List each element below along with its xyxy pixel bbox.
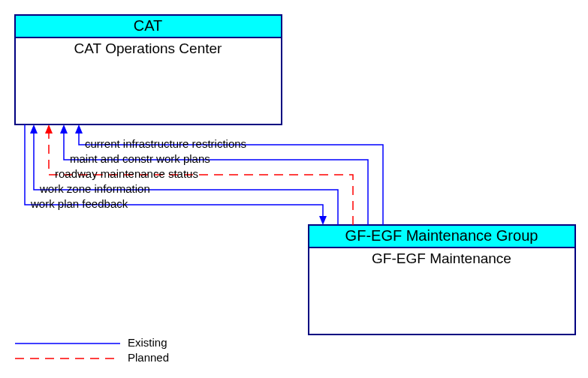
svg-marker-7 xyxy=(30,124,38,134)
node-cat: CAT CAT Operations Center xyxy=(15,15,282,124)
svg-marker-8 xyxy=(319,216,327,225)
architecture-diagram: CAT CAT Operations Center GF-EGF Mainten… xyxy=(0,0,588,378)
legend-label-existing: Existing xyxy=(128,336,167,349)
flow-label: current infrastructure restrictions xyxy=(85,137,246,150)
node-cat-body: CAT Operations Center xyxy=(74,40,222,56)
svg-marker-6 xyxy=(45,124,53,134)
flow-label: roadway maintenance status xyxy=(55,167,198,180)
svg-marker-5 xyxy=(60,124,68,134)
legend-label-planned: Planned xyxy=(128,351,169,364)
node-gf-body: GF-EGF Maintenance xyxy=(372,250,511,266)
node-cat-header: CAT xyxy=(134,17,163,34)
legend: Existing Planned xyxy=(15,336,169,364)
flow-label: work zone information xyxy=(39,182,150,195)
flow-label: work plan feedback xyxy=(30,197,128,210)
node-gf-header: GF-EGF Maintenance Group xyxy=(345,227,538,244)
node-gf: GF-EGF Maintenance Group GF-EGF Maintena… xyxy=(309,225,575,334)
svg-marker-4 xyxy=(75,124,83,134)
flow-label: maint and constr work plans xyxy=(70,152,210,165)
